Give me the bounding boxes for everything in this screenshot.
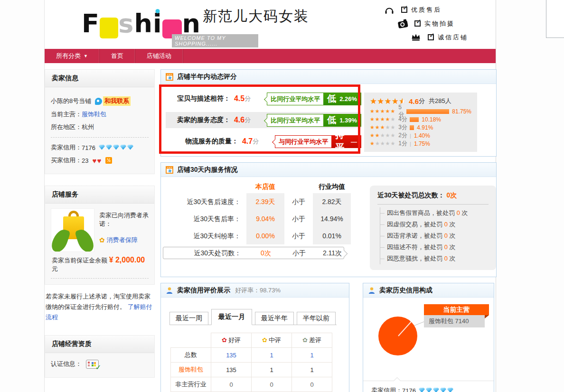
sidebar: 卖家信息 小陈的8号当铺 和我联系 当前主营： 服饰鞋包 所在地区： 杭州 — [45, 69, 155, 392]
row-label: 近30天售后速度： — [169, 193, 241, 210]
star-row-icons: ★★★★★ — [370, 125, 395, 130]
contact-me-button[interactable]: 和我联系 — [103, 96, 131, 106]
tab-last-half-year[interactable]: 最近半年 — [255, 312, 294, 325]
reviews-panel: 卖家信用评价展示 好评率：98.73% 最近一周 最近一月 最近半年 半年以前 — [160, 283, 349, 392]
penalty-item: 因恶意骚扰，被处罚 0 次 — [380, 253, 489, 264]
person-icon — [368, 287, 376, 294]
col-neutral: ✿中评 — [252, 333, 292, 348]
review-row-total: 总数 135 1 1 — [171, 348, 332, 363]
shop-service-title: 店铺服务 — [45, 186, 154, 204]
badge-label: 优质售后 — [411, 6, 442, 14]
diamond-icon — [419, 388, 425, 392]
penalty-unit: 次 — [461, 209, 468, 216]
dsr-row-description: 宝贝与描述相符： 4.5 分 比同行业平均水平 低 2.26% — [166, 91, 361, 107]
compare-badge: 低 1.39% — [323, 114, 361, 126]
shop-name: 小陈的8号当铺 — [51, 97, 91, 105]
pie-callout: 当前主营 服饰鞋包 7140 — [424, 304, 489, 327]
star-icon: ★★★★ — [370, 97, 399, 105]
nav-all-categories[interactable]: 所有分类 ▼ — [45, 49, 100, 63]
count-neutral: 1 — [252, 363, 292, 377]
review-row-other: 非主营行业 0 0 0 — [171, 377, 332, 392]
service-badges: 优质售后 实物拍摄 诚信店铺 — [383, 4, 468, 45]
badge-honest-shop: 诚信店铺 — [410, 31, 468, 43]
main-column: 店铺半年内动态评分 宝贝与描述相符： 4.5 分 比同行业平均水平 低 2.26… — [160, 69, 497, 392]
badge-label: 实物拍摄 — [424, 19, 455, 28]
diamond-icon — [447, 388, 453, 392]
count-neutral: 0 — [252, 377, 292, 392]
checkbox-icon — [428, 34, 434, 40]
callout-value: 服饰鞋包 7140 — [424, 315, 485, 327]
col-shop-value: 本店值 — [246, 183, 284, 191]
compare-text: 比同行业平均水平 — [267, 114, 323, 126]
dist-pct: 81.75% — [452, 108, 471, 115]
dsr-score: 4.5 — [234, 94, 244, 103]
nav-shop-activity[interactable]: 店铺活动 — [135, 49, 183, 63]
tab-last-month[interactable]: 最近一月 — [211, 309, 252, 325]
penalty-text: 因违背承诺，被处罚 — [387, 232, 442, 239]
shop-value: 9.04% — [246, 210, 284, 227]
headphones-icon — [383, 6, 395, 14]
dist-pct: 4.91% — [417, 124, 433, 131]
divider — [377, 204, 489, 205]
col-label: 中评 — [269, 336, 281, 344]
diamond-icon — [433, 388, 439, 392]
deposit-label: 卖家当前保证金余额 — [52, 257, 107, 264]
dist-label: 4分 — [398, 115, 407, 123]
corner-popup-box — [546, 0, 564, 38]
count-neutral[interactable]: 1 — [252, 348, 292, 363]
consumer-guarantee-link[interactable]: 消费者保障 — [107, 236, 138, 244]
col-industry-avg: 行业均值 — [313, 183, 351, 191]
main-category-label: 当前主营： — [51, 110, 82, 119]
less-than: 小于 — [284, 193, 313, 210]
nav-home[interactable]: 首页 — [100, 49, 135, 63]
dsr-compare-bubble: 比同行业平均水平 低 2.26% — [267, 93, 361, 105]
promise-note: 若卖家未履行上述承诺，淘宝使用卖家缴纳的保证金进行先行赔付。 了解赔付流程 — [46, 291, 156, 323]
badge-after-sale: 优质售后 — [383, 4, 468, 16]
dsr-label: 宝贝与描述相符： — [175, 94, 230, 103]
seller-info-title: 卖家信息 — [45, 70, 154, 87]
crown-icon — [410, 33, 422, 41]
main-category-link[interactable]: 服饰鞋包 — [82, 110, 106, 119]
history-header: 卖家历史信用构成 — [363, 283, 494, 298]
compare-text: 与同行业平均水平 — [275, 136, 331, 148]
pie-slice-line — [398, 321, 412, 336]
count-bad[interactable]: 1 — [292, 348, 332, 363]
bottom-row: 卖家信用评价展示 好评率：98.73% 最近一周 最近一月 最近半年 半年以前 — [160, 283, 497, 392]
pie-chart-zone: 当前主营 服饰鞋包 7140 — [363, 298, 494, 381]
overall-score-unit: 分 — [419, 97, 425, 105]
tab-last-week[interactable]: 最近一周 — [169, 312, 208, 325]
diamond-icon — [113, 145, 119, 150]
dist-pct: 10.18% — [422, 116, 441, 123]
dist-tick: | — [410, 133, 411, 139]
penalty-title: 近30天被处罚总次数： 0次 — [377, 191, 489, 200]
service30-row: 近30天售后率： 9.04% 小于 14.94% — [169, 210, 351, 227]
dsr-label: 物流服务的质量： — [175, 137, 238, 146]
penalty-unit: 次 — [449, 243, 455, 251]
region-row: 所在地区： 杭州 — [51, 123, 149, 131]
dist-pct: 1.40% — [414, 132, 430, 139]
history-info: 卖家信用： 7176 主营行业： 服饰鞋包 7140 主营占比： 99.50% — [363, 381, 494, 392]
diamond-icons — [418, 387, 454, 392]
badge-pct: — — [351, 138, 357, 145]
penalty-item: 因违背承诺，被处罚 0 次 — [380, 230, 489, 242]
rating-summary-box: ★★★★★★ 4.6 分 共285人 ★★★★★ 5分 81.75% — [364, 93, 477, 152]
wangwang-icon[interactable] — [95, 98, 102, 105]
checkbox-icon — [401, 7, 407, 13]
count-good[interactable]: 135 — [211, 348, 252, 363]
tab-before-half-year[interactable]: 半年以前 — [297, 312, 336, 325]
penalty-count: 0次 — [446, 191, 457, 199]
dsr-unit: 分 — [244, 116, 251, 124]
content-area: 卖家信息 小陈的8号当铺 和我联系 当前主营： 服饰鞋包 所在地区： 杭州 — [45, 63, 496, 392]
shop-service-panel: 店铺服务 卖家已向消费者承诺： ✿ 消费 — [45, 186, 155, 285]
dsr-panel: 店铺半年内动态评分 宝贝与描述相符： 4.5 分 比同行业平均水平 低 2.26… — [160, 69, 497, 157]
badge-pct: 1.39% — [339, 117, 357, 124]
penalty-title-text: 近30天被处罚总次数： — [377, 191, 445, 199]
review-row-main: 服饰鞋包 135 1 1 — [171, 363, 332, 377]
shop-value: 2.39天 — [246, 193, 284, 210]
half-badge-icon: ½ — [105, 157, 112, 164]
shop-title: 新范儿大码女装 — [203, 7, 309, 26]
seller-credit-value: 7176 — [82, 144, 95, 151]
certificate-icon[interactable] — [86, 360, 99, 369]
penalty-item: 因描述不符，被处罚 0 次 — [380, 242, 489, 253]
diamond-icons — [98, 144, 134, 151]
